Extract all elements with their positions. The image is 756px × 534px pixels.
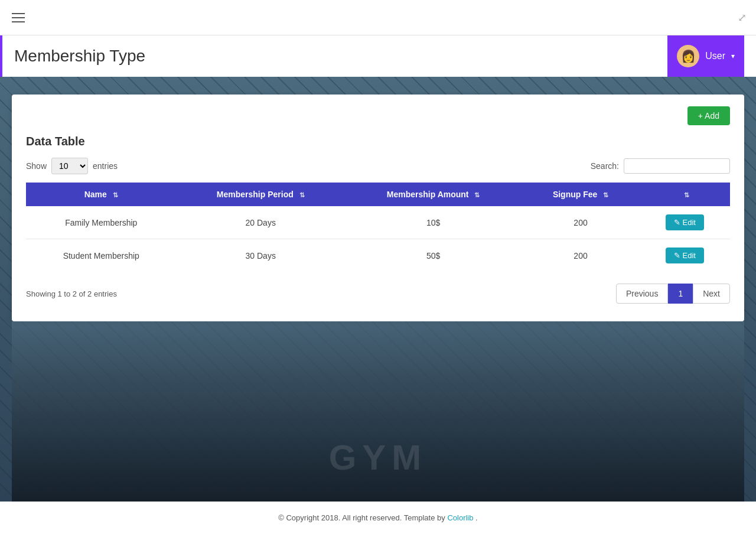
hamburger-menu-icon[interactable] (9, 11, 27, 25)
table-footer: Showing 1 to 2 of 2 entries Previous 1 N… (26, 284, 730, 304)
cell-period: 20 Days (176, 206, 344, 239)
footer-period: . (475, 513, 478, 522)
cell-period: 30 Days (176, 239, 344, 272)
data-table-card: + Add Data Table Show 10 25 50 100 entri… (12, 95, 744, 321)
col-name[interactable]: Name ⇅ (26, 183, 176, 206)
entries-select[interactable]: 10 25 50 100 (51, 158, 88, 174)
table-row: Family Membership 20 Days 10$ 200 ✎ Edit (26, 206, 730, 239)
sort-icon-signup: ⇅ (603, 191, 608, 199)
cell-signup: 200 (522, 206, 639, 239)
search-area: Search: (591, 158, 730, 174)
prev-button[interactable]: Previous (616, 284, 668, 304)
topbar-right: ⤢ (738, 11, 747, 24)
topbar-left (9, 11, 27, 25)
gym-background: GYM (12, 321, 744, 502)
chevron-down-icon: ▾ (731, 52, 735, 60)
col-actions: ⇅ (640, 183, 730, 206)
edit-button[interactable]: ✎ Edit (666, 214, 704, 230)
showing-text: Showing 1 to 2 of 2 entries (26, 289, 117, 298)
avatar-emoji: 👩 (681, 49, 696, 63)
page-1-button[interactable]: 1 (668, 284, 693, 304)
avatar: 👩 (677, 45, 699, 67)
search-label: Search: (591, 161, 619, 171)
copyright-text: © Copyright 2018. All right reserved. Te… (278, 513, 447, 522)
gym-text: GYM (329, 437, 428, 478)
edit-button[interactable]: ✎ Edit (666, 248, 704, 263)
sort-icon-period: ⇅ (299, 191, 305, 199)
page-title: Membership Type (14, 47, 145, 66)
title-bar: Membership Type 👩 User ▾ (0, 35, 756, 77)
table-controls: Show 10 25 50 100 entries Search: (26, 158, 730, 174)
maximize-icon[interactable]: ⤢ (738, 11, 747, 24)
next-button[interactable]: Next (693, 284, 730, 304)
show-entries: Show 10 25 50 100 entries (26, 158, 118, 174)
cell-signup: 200 (522, 239, 639, 272)
pagination: Previous 1 Next (616, 284, 730, 304)
user-menu[interactable]: 👩 User ▾ (667, 35, 744, 77)
cell-amount: 10$ (345, 206, 522, 239)
table-header-row: Name ⇅ Membership Period ⇅ Membership Am… (26, 183, 730, 206)
col-amount[interactable]: Membership Amount ⇅ (345, 183, 522, 206)
cell-edit: ✎ Edit (640, 206, 730, 239)
add-button[interactable]: + Add (687, 106, 730, 125)
col-period[interactable]: Membership Period ⇅ (176, 183, 344, 206)
search-input[interactable] (624, 158, 730, 174)
entries-label: entries (93, 161, 118, 171)
show-label: Show (26, 161, 47, 171)
table-row: Student Membership 30 Days 50$ 200 ✎ Edi… (26, 239, 730, 272)
col-signup[interactable]: Signup Fee ⇅ (522, 183, 639, 206)
main-area: + Add Data Table Show 10 25 50 100 entri… (0, 77, 756, 502)
sort-icon-amount: ⇅ (474, 191, 480, 199)
data-table-title: Data Table (26, 135, 730, 148)
colorlib-link[interactable]: Colorlib (447, 513, 473, 522)
cell-edit: ✎ Edit (640, 239, 730, 272)
cell-name: Family Membership (26, 206, 176, 239)
topbar: ⤢ (0, 0, 756, 35)
cell-name: Student Membership (26, 239, 176, 272)
footer: © Copyright 2018. All right reserved. Te… (0, 502, 756, 534)
membership-table: Name ⇅ Membership Period ⇅ Membership Am… (26, 183, 730, 272)
user-name: User (705, 51, 725, 61)
cell-amount: 50$ (345, 239, 522, 272)
sort-icon-name: ⇅ (113, 191, 118, 199)
sort-icon-actions: ⇅ (684, 191, 689, 199)
card-toolbar: + Add (26, 106, 730, 125)
